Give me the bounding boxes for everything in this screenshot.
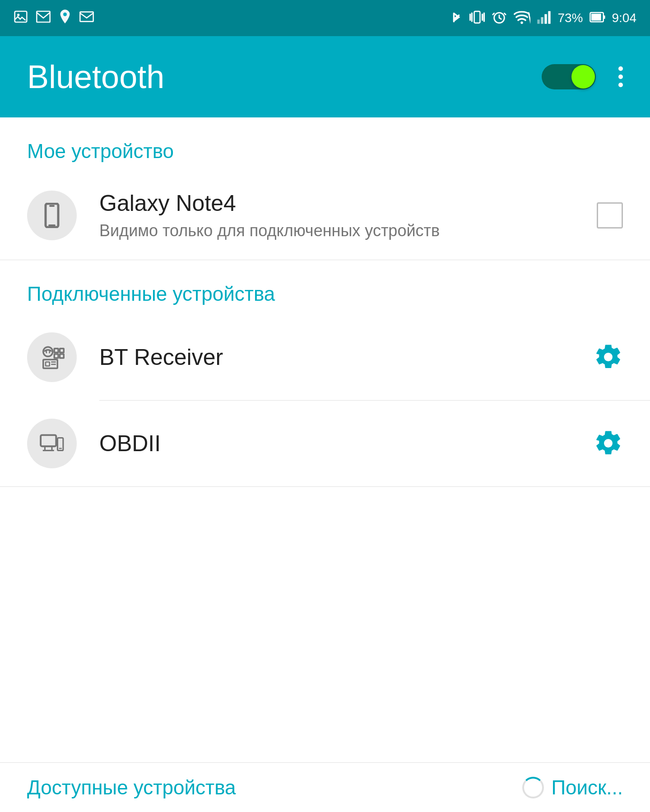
available-devices-label: Доступные устройства <box>27 776 236 799</box>
my-device-subtitle: Видимо только для подключенных устройств <box>99 220 574 242</box>
svg-rect-2 <box>37 11 50 22</box>
svg-rect-34 <box>41 435 56 446</box>
dot-1 <box>618 66 623 71</box>
obdii-name: OBDII <box>99 430 571 457</box>
bottom-bar: Доступные устройства Поиск... <box>0 762 650 812</box>
bt-receiver-name: BT Receiver <box>99 344 571 371</box>
status-bar-right-icons: 73% 9:04 <box>450 9 636 27</box>
bluetooth-status-icon <box>450 9 463 27</box>
visibility-checkbox[interactable] <box>597 202 623 229</box>
svg-rect-29 <box>60 354 64 358</box>
device-icon-container <box>27 191 77 240</box>
battery-status-icon <box>590 11 606 25</box>
my-device-item[interactable]: Galaxy Note4 Видимо только для подключен… <box>0 172 650 260</box>
svg-rect-18 <box>591 14 601 20</box>
svg-rect-19 <box>603 15 605 19</box>
my-device-action[interactable] <box>597 202 623 229</box>
my-device-info: Galaxy Note4 Видимо только для подключен… <box>99 190 574 242</box>
wifi-status-icon <box>513 10 530 26</box>
battery-percent-text: 73% <box>557 11 583 25</box>
envelope-status-icon <box>79 10 94 26</box>
signal-status-icon <box>537 10 551 26</box>
search-spinner <box>522 777 544 798</box>
svg-point-1 <box>17 14 19 16</box>
multi-display-icon <box>39 431 65 456</box>
svg-point-3 <box>63 12 67 16</box>
headset-devices-icon <box>39 345 65 370</box>
svg-point-11 <box>521 22 523 24</box>
svg-rect-27 <box>60 349 64 353</box>
svg-rect-5 <box>474 11 480 23</box>
status-bar: 73% 9:04 <box>0 0 650 36</box>
svg-rect-31 <box>46 362 50 366</box>
obdii-icon-container <box>27 419 77 468</box>
svg-rect-20 <box>46 204 58 227</box>
vibrate-status-icon <box>469 9 485 27</box>
obdii-item[interactable]: OBDII <box>0 401 650 486</box>
content-area: Мое устройство Galaxy Note4 Видимо тольк… <box>0 117 650 812</box>
svg-rect-15 <box>545 14 547 23</box>
obdii-action[interactable] <box>594 429 623 458</box>
dot-2 <box>618 75 623 79</box>
more-options-button[interactable] <box>618 66 623 87</box>
image-status-icon <box>14 9 28 27</box>
bt-receiver-settings-icon[interactable] <box>594 342 623 372</box>
obdii-info: OBDII <box>99 430 571 457</box>
bt-receiver-info: BT Receiver <box>99 344 571 371</box>
app-bar: Bluetooth <box>0 36 650 117</box>
status-bar-left-icons <box>14 9 94 28</box>
my-device-name: Galaxy Note4 <box>99 190 574 217</box>
alarm-status-icon <box>492 9 507 27</box>
bt-receiver-action[interactable] <box>594 342 623 372</box>
app-bar-actions <box>542 64 623 89</box>
svg-rect-26 <box>54 349 58 353</box>
page-title: Bluetooth <box>27 58 164 95</box>
bt-receiver-item[interactable]: BT Receiver <box>0 314 650 400</box>
toggle-knob <box>571 65 595 89</box>
search-container: Поиск... <box>522 776 623 799</box>
location-status-icon <box>59 9 71 28</box>
status-time: 9:04 <box>612 11 637 25</box>
bluetooth-toggle[interactable] <box>542 64 596 89</box>
svg-line-12 <box>529 12 530 24</box>
paired-devices-section-header: Подключенные устройства <box>0 260 650 314</box>
svg-rect-4 <box>80 12 93 21</box>
my-device-section-header: Мое устройство <box>0 117 650 172</box>
svg-rect-13 <box>538 19 540 23</box>
phone-icon <box>39 203 65 228</box>
bt-receiver-icon-container <box>27 332 77 382</box>
obdii-settings-icon[interactable] <box>594 429 623 458</box>
search-label: Поиск... <box>551 776 623 799</box>
dot-3 <box>618 83 623 87</box>
gmail-status-icon <box>36 10 51 26</box>
svg-rect-14 <box>541 17 543 24</box>
svg-rect-28 <box>54 354 58 358</box>
svg-rect-16 <box>548 11 551 24</box>
